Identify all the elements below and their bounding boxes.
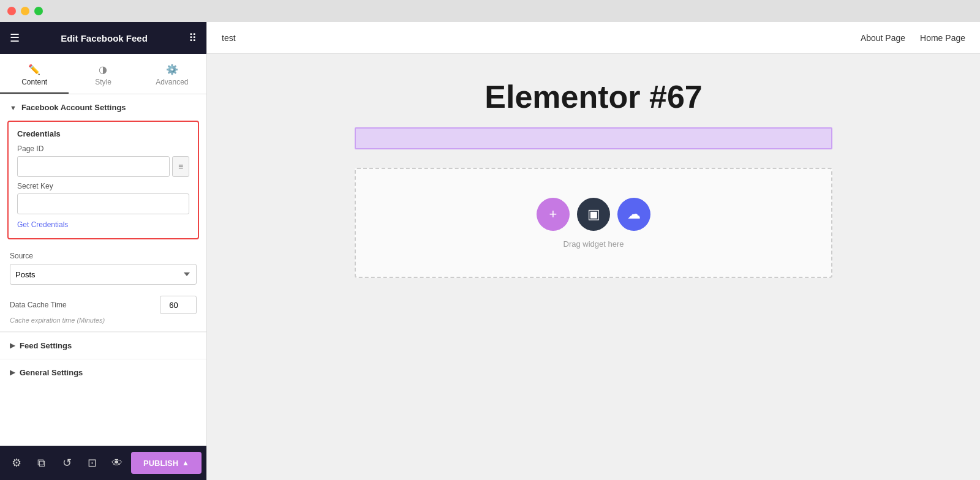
feed-settings-label: Feed Settings	[20, 341, 72, 350]
facebook-account-settings-header[interactable]: ▼ Facebook Account Settings	[0, 94, 206, 121]
drag-hint: Drag widget here	[564, 239, 624, 249]
page-id-field-row: ≡	[17, 156, 189, 177]
tabs-bar: ✏️ Content ◑ Style ⚙️ Advanced	[0, 54, 206, 94]
source-section: Source Posts Albums Events	[0, 247, 206, 290]
sidebar-title: Edit Facebook Feed	[61, 33, 148, 43]
tab-content-label: Content	[21, 78, 47, 86]
data-cache-label: Data Cache Time	[10, 301, 67, 309]
titlebar	[0, 0, 980, 22]
general-settings-label: General Settings	[20, 368, 83, 377]
feed-settings-header[interactable]: ▶ Feed Settings	[0, 332, 206, 359]
bottom-toolbar: ⚙ ⧉ ↺ ⊡ 👁 PUBLISH ▲	[0, 446, 206, 480]
history-icon: ↺	[62, 456, 72, 470]
layers-toolbar-button[interactable]: ⧉	[30, 451, 53, 475]
tab-content[interactable]: ✏️ Content	[0, 59, 69, 94]
arrow-right-icon-feed: ▶	[10, 342, 15, 350]
cloud-widget-button[interactable]: ☁	[617, 198, 650, 231]
sidebar-header: ☰ Edit Facebook Feed ⠿	[0, 22, 206, 54]
cloud-icon: ☁	[627, 206, 641, 222]
widget-drop-zone[interactable]: + ▣ ☁ Drag widget here	[355, 168, 832, 278]
publish-label: PUBLISH	[143, 459, 178, 468]
folder-widget-button[interactable]: ▣	[577, 198, 610, 231]
nav-links: About Page Home Page	[861, 33, 965, 43]
widget-icon-group: + ▣ ☁	[537, 198, 650, 231]
data-cache-row: Data Cache Time	[0, 290, 206, 317]
general-settings-header[interactable]: ▶ General Settings	[0, 359, 206, 386]
get-credentials-link[interactable]: Get Credentials	[17, 220, 68, 229]
layers-icon: ⧉	[37, 457, 45, 470]
cache-hint: Cache expiration time (Minutes)	[0, 317, 206, 331]
plus-icon: +	[549, 206, 557, 222]
arrow-right-icon-general: ▶	[10, 369, 15, 377]
secret-key-input[interactable]	[17, 193, 189, 214]
purple-accent-bar	[355, 127, 832, 149]
page-id-db-button[interactable]: ≡	[172, 156, 189, 177]
app-body: ☰ Edit Facebook Feed ⠿ ✏️ Content ◑ Styl…	[0, 22, 980, 480]
sidebar-collapse-handle[interactable]: ‹	[206, 239, 207, 263]
settings-toolbar-button[interactable]: ⚙	[5, 451, 28, 475]
minimize-button[interactable]	[21, 7, 29, 15]
secret-key-field-row	[17, 193, 189, 214]
tab-style-label: Style	[95, 78, 111, 86]
publish-button[interactable]: PUBLISH ▲	[131, 452, 202, 474]
source-label: Source	[10, 252, 197, 260]
maximize-button[interactable]	[34, 7, 43, 15]
arrow-down-icon: ▼	[10, 104, 17, 111]
data-cache-input[interactable]	[160, 296, 197, 314]
credentials-title: Credentials	[17, 129, 189, 138]
gear-icon: ⚙️	[166, 64, 178, 75]
nav-about-page[interactable]: About Page	[861, 33, 905, 43]
page-title: Elementor #67	[349, 78, 839, 115]
history-toolbar-button[interactable]: ↺	[55, 451, 78, 475]
page-id-input[interactable]	[17, 156, 170, 177]
tab-advanced-label: Advanced	[156, 78, 188, 86]
sidebar: ☰ Edit Facebook Feed ⠿ ✏️ Content ◑ Styl…	[0, 22, 207, 480]
tab-advanced[interactable]: ⚙️ Advanced	[138, 59, 206, 94]
eye-icon: 👁	[111, 457, 123, 470]
source-select[interactable]: Posts Albums Events	[10, 264, 197, 285]
responsive-icon: ⊡	[88, 456, 97, 470]
database-icon: ≡	[178, 162, 183, 171]
facebook-account-settings-label: Facebook Account Settings	[21, 103, 126, 112]
pencil-icon: ✏️	[28, 64, 40, 75]
responsive-toolbar-button[interactable]: ⊡	[81, 451, 104, 475]
secret-key-label: Secret Key	[17, 182, 189, 190]
credentials-box: Credentials Page ID ≡ Secret Key Get Cre…	[7, 121, 199, 239]
grid-icon[interactable]: ⠿	[189, 31, 197, 45]
nav-home-page[interactable]: Home Page	[920, 33, 965, 43]
settings-icon: ⚙	[12, 456, 21, 470]
main-content: test About Page Home Page Elementor #67 …	[207, 22, 980, 480]
page-id-label: Page ID	[17, 144, 189, 153]
folder-icon: ▣	[587, 206, 600, 222]
top-nav: test About Page Home Page	[207, 22, 980, 54]
publish-chevron-icon: ▲	[182, 459, 189, 467]
preview-toolbar-button[interactable]: 👁	[106, 451, 129, 475]
style-icon: ◑	[99, 64, 107, 75]
add-widget-button[interactable]: +	[537, 198, 570, 231]
hamburger-icon[interactable]: ☰	[10, 31, 20, 45]
close-button[interactable]	[7, 7, 16, 15]
tab-style[interactable]: ◑ Style	[69, 59, 137, 94]
site-name: test	[222, 33, 236, 43]
page-area: Elementor #67 + ▣ ☁ Drag widget here	[207, 54, 980, 480]
